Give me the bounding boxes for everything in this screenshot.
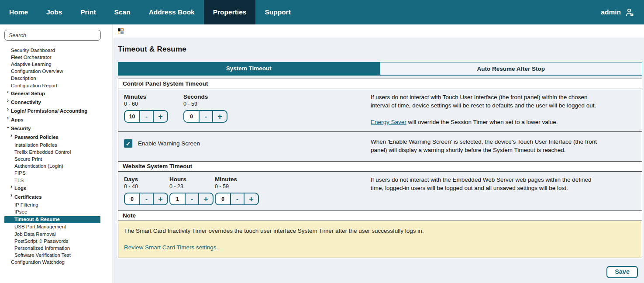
sidebar-item-apps[interactable]: ›Apps [0, 115, 113, 124]
website-minutes-increment-button[interactable]: + [245, 193, 258, 204]
seconds-range: 0 - 59 [183, 100, 243, 108]
hours-decrement-button[interactable]: - [186, 193, 199, 204]
minutes-range: 0 - 60 [124, 100, 183, 108]
sidebar-tree: Security Dashboard Fleet Orchestrator Ad… [0, 45, 113, 266]
sidebar-item-software-verification-test[interactable]: Software Verification Test [0, 252, 113, 259]
sidebar-item-security-dashboard[interactable]: Security Dashboard [0, 47, 113, 54]
days-decrement-button[interactable]: - [140, 193, 154, 204]
tab-system-timeout[interactable]: System Timeout [118, 62, 380, 75]
sidebar-item-trellix-embedded-control[interactable]: Trellix Embedded Control [0, 148, 113, 155]
website-minutes-input[interactable] [216, 193, 231, 204]
chevron-down-icon: › [5, 127, 11, 128]
sidebar-item-secure-print[interactable]: Secure Print [0, 156, 113, 163]
save-button[interactable]: Save [606, 266, 638, 278]
sidebar-item-password-policies[interactable]: ›Password Policies [0, 133, 113, 142]
page-title: Timeout & Resume [118, 45, 644, 54]
minutes-increment-button[interactable]: + [154, 111, 167, 122]
website-minutes-decrement-button[interactable]: - [231, 193, 245, 204]
hours-stepper: - + [169, 193, 214, 205]
sidebar-item-description[interactable]: Description [0, 75, 113, 82]
seconds-input[interactable] [184, 111, 200, 122]
sidebar-item-installation-policies[interactable]: Installation Policies [0, 142, 113, 148]
chevron-right-icon: › [7, 107, 9, 112]
user-menu[interactable]: admin [601, 0, 644, 24]
seconds-increment-button[interactable]: + [213, 111, 227, 122]
website-minutes-range: 0 - 59 [215, 183, 260, 190]
admin-user-icon[interactable] [625, 7, 634, 17]
sidebar-item-login-permissions-accounting[interactable]: ›Login/ Permissions/ Accounting [0, 107, 113, 115]
sidebar-item-authentication-login[interactable]: Authentication (Login) [0, 163, 113, 170]
energy-saver-link[interactable]: Energy Saver [371, 119, 406, 125]
days-field: Days 0 - 40 - + [124, 176, 169, 205]
sidebar-item-configuration-overview[interactable]: Configuration Overview [0, 68, 113, 75]
minutes-decrement-button[interactable]: - [140, 111, 154, 122]
days-increment-button[interactable]: + [154, 193, 167, 204]
website-minutes-label: Minutes [215, 176, 260, 183]
section-header-note: Note [118, 211, 642, 221]
days-range: 0 - 40 [124, 183, 169, 190]
section-header-website-system-timeout: Website System Timeout [118, 161, 642, 172]
sidebar-item-postscript-passwords[interactable]: PostScript ® Passwords [0, 238, 113, 245]
energy-saver-line: Energy Saver will override the Session T… [371, 118, 602, 126]
chevron-right-icon: › [7, 98, 9, 104]
sidebar-item-configuration-report[interactable]: Configuration Report [0, 82, 113, 89]
minutes-stepper: - + [124, 110, 168, 123]
sidebar-item-certificates[interactable]: ›Certificates [0, 193, 113, 201]
nav-item-jobs[interactable]: Jobs [37, 0, 71, 24]
nav-item-properties[interactable]: Properties [204, 0, 256, 24]
grid-icon[interactable] [118, 28, 124, 34]
seconds-decrement-button[interactable]: - [200, 111, 213, 122]
content-toolbar [113, 24, 644, 38]
sidebar-item-usb-port-management[interactable]: USB Port Management [0, 224, 113, 231]
sidebar-item-logs[interactable]: ›Logs [0, 184, 113, 193]
nav-item-home[interactable]: Home [0, 0, 37, 24]
sidebar-item-general-setup[interactable]: ›General Setup [0, 89, 113, 98]
days-stepper: - + [124, 193, 168, 205]
website-minutes-field: Minutes 0 - 59 - + [215, 176, 260, 205]
warning-screen-row: ✓ Enable Warning Screen When 'Enable War… [118, 131, 642, 162]
section-header-control-panel-system-timeout: Control Panel System Timeout [118, 79, 642, 89]
enable-warning-screen-label: Enable Warning Screen [138, 140, 200, 147]
control-panel-timeout-row: Minutes 0 - 60 - + Seconds 0 - 59 [118, 89, 642, 132]
nav-item-address-book[interactable]: Address Book [140, 0, 204, 24]
website-timeout-row: Days 0 - 40 - + Hours 0 - 23 [118, 172, 642, 211]
tab-auto-resume-after-stop[interactable]: Auto Resume After Stop [380, 62, 643, 75]
username-label: admin [601, 8, 621, 16]
chevron-right-icon: › [7, 115, 9, 121]
sidebar-item-adaptive-learning[interactable]: Adaptive Learning [0, 61, 113, 68]
note-text: The Smart Card Inactivity Timer override… [124, 227, 637, 235]
minutes-field: Minutes 0 - 60 - + [124, 93, 183, 123]
sidebar-item-tls[interactable]: TLS [0, 177, 113, 184]
enable-warning-screen-checkbox[interactable]: ✓ [124, 139, 132, 148]
hours-field: Hours 0 - 23 - + [169, 176, 215, 205]
hours-range: 0 - 23 [169, 183, 215, 190]
warning-screen-description: When 'Enable Warning Screen' is selected… [371, 138, 602, 154]
sidebar-item-configuration-watchdog[interactable]: Configuration Watchdog [0, 259, 113, 266]
sidebar-item-ipsec[interactable]: IPsec [0, 208, 113, 215]
main-content: Timeout & Resume System Timeout Auto Res… [113, 24, 644, 283]
sidebar-item-security[interactable]: ›Security [0, 124, 113, 133]
hours-input[interactable] [170, 193, 186, 204]
sidebar-item-connectivity[interactable]: ›Connectivity [0, 98, 113, 107]
sidebar-item-fips[interactable]: FIPS [0, 170, 113, 177]
nav-item-print[interactable]: Print [71, 0, 105, 24]
sidebar-item-job-data-removal[interactable]: Job Data Removal [0, 231, 113, 238]
seconds-field: Seconds 0 - 59 - + [183, 93, 243, 123]
smart-card-timers-link[interactable]: Review Smart Card Timers settings. [124, 244, 218, 251]
search-input[interactable] [4, 30, 101, 41]
sidebar-item-timeout-resume[interactable]: Timeout & Resume [4, 216, 100, 223]
minutes-input[interactable] [125, 111, 140, 122]
sidebar-item-personalized-information[interactable]: Personalized Information [0, 245, 113, 252]
seconds-stepper: - + [183, 110, 227, 123]
chevron-right-icon: › [10, 133, 12, 138]
hours-increment-button[interactable]: + [199, 193, 213, 204]
website-minutes-stepper: - + [215, 193, 259, 205]
sidebar: Security Dashboard Fleet Orchestrator Ad… [0, 24, 113, 283]
nav-item-support[interactable]: Support [255, 0, 300, 24]
note-body: The Smart Card Inactivity Timer override… [118, 221, 642, 258]
nav-item-scan[interactable]: Scan [105, 0, 140, 24]
sidebar-item-ip-filtering[interactable]: IP Filtering [0, 201, 113, 208]
sidebar-item-fleet-orchestrator[interactable]: Fleet Orchestrator [0, 54, 113, 61]
days-input[interactable] [125, 193, 140, 204]
chevron-right-icon: › [10, 184, 12, 190]
